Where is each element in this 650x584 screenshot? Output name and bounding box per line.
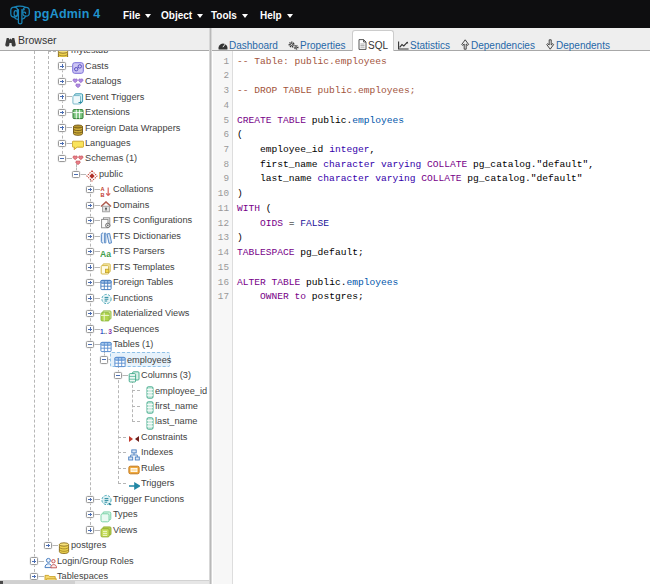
svg-text:3: 3 [108, 328, 112, 335]
svg-text:B: B [100, 192, 104, 198]
svg-text:Aa: Aa [100, 249, 111, 259]
svg-text:..: .. [103, 328, 107, 335]
